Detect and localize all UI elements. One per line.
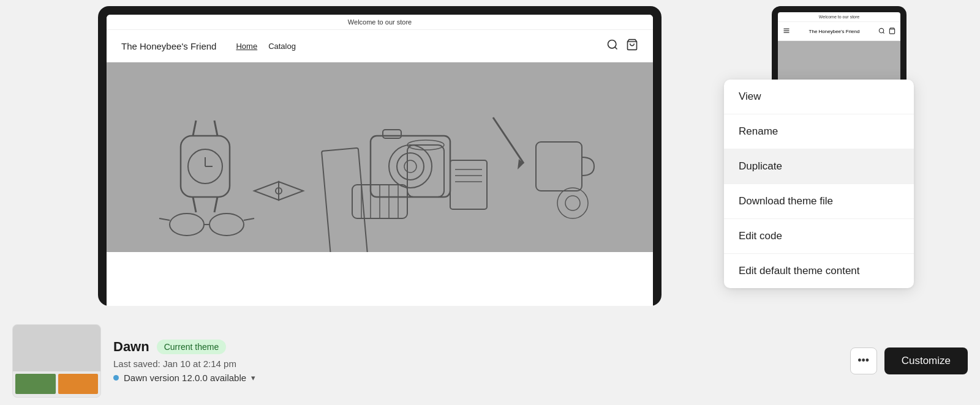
dropdown-item-download[interactable]: Download theme file <box>724 184 914 219</box>
device-desktop: Welcome to our store The Honeybee's Frie… <box>98 6 662 306</box>
version-text: Dawn version 12.0.0 available <box>124 373 246 383</box>
main-content: Welcome to our store The Honeybee's Frie… <box>0 0 980 405</box>
customize-button[interactable]: Customize <box>884 347 968 374</box>
theme-title-row: Dawn Current theme <box>113 339 838 355</box>
mobile-cart-icon[interactable] <box>889 26 895 37</box>
version-dot <box>113 375 119 381</box>
dropdown-item-rename[interactable]: Rename <box>724 114 914 149</box>
svg-point-46 <box>879 28 883 32</box>
theme-info-bar: Dawn Current theme Last saved: Jan 10 at… <box>0 316 980 405</box>
svg-rect-3 <box>107 62 652 252</box>
theme-name: Dawn <box>113 339 149 355</box>
more-options-button[interactable]: ••• <box>850 347 877 374</box>
search-icon[interactable] <box>606 39 619 53</box>
dropdown-item-edit-default[interactable]: Edit default theme content <box>724 254 914 288</box>
mobile-navigation: The Honeybee's Friend <box>778 22 900 41</box>
nav-home[interactable]: Home <box>236 42 257 51</box>
customize-label: Customize <box>902 355 951 366</box>
dropdown-menu: View Rename Duplicate Download theme fil… <box>724 80 914 288</box>
svg-line-1 <box>615 47 617 50</box>
dropdown-item-view[interactable]: View <box>724 80 914 114</box>
nav-links: Home Catalog <box>236 42 296 51</box>
store-navigation: The Honeybee's Friend Home Catalog <box>107 30 653 62</box>
more-options-label: ••• <box>858 354 869 367</box>
current-theme-badge: Current theme <box>157 340 226 354</box>
last-saved-text: Last saved: Jan 10 at 2:14 pm <box>113 359 838 369</box>
store-name: The Honeybee's Friend <box>121 41 216 51</box>
thumbnail-img-orange <box>58 374 99 394</box>
mobile-store-name: The Honeybee's Friend <box>790 29 878 34</box>
mobile-announcement-text: Welcome to our store <box>819 15 859 19</box>
mobile-search-icon[interactable] <box>878 26 885 37</box>
announcement-text: Welcome to our store <box>348 18 412 26</box>
dropdown-item-edit-code[interactable]: Edit code <box>724 219 914 254</box>
thumbnail-bottom <box>13 371 100 396</box>
version-row[interactable]: Dawn version 12.0.0 available ▾ <box>113 373 838 383</box>
hero-area <box>107 62 653 252</box>
theme-actions: ••• Customize <box>850 347 968 374</box>
store-announcement-bar: Welcome to our store <box>107 15 653 30</box>
svg-point-0 <box>608 40 616 48</box>
mobile-announcement: Welcome to our store <box>778 12 900 22</box>
nav-catalog[interactable]: Catalog <box>268 42 296 51</box>
chevron-down-icon: ▾ <box>251 373 255 382</box>
svg-line-47 <box>883 32 884 34</box>
theme-thumbnail <box>12 324 101 398</box>
mobile-menu-icon[interactable] <box>783 26 790 37</box>
dropdown-item-duplicate[interactable]: Duplicate <box>724 149 914 184</box>
desktop-screen: Welcome to our store The Honeybee's Frie… <box>107 15 653 306</box>
nav-icons <box>606 39 638 53</box>
cart-icon[interactable] <box>626 39 638 53</box>
thumbnail-img-green <box>15 374 56 394</box>
thumbnail-top <box>13 325 100 372</box>
theme-details: Dawn Current theme Last saved: Jan 10 at… <box>113 336 838 385</box>
